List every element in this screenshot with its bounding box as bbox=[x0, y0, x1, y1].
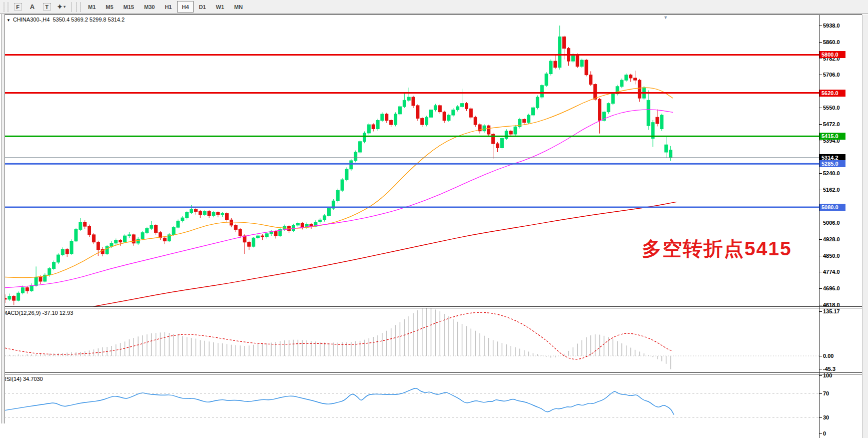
price-tick-5550.0: 5550.0 bbox=[823, 105, 840, 111]
price-tag-5080.0: 5080.0 bbox=[819, 204, 845, 211]
toolbar-grip-2[interactable] bbox=[76, 3, 81, 12]
horizontal-levels-layer bbox=[0, 55, 819, 207]
price-tag-5800.0: 5800.0 bbox=[819, 51, 845, 58]
rsi-tick-30: 30 bbox=[823, 414, 829, 421]
trading-platform-window: { "toolbar": { "tools": [ {"name": "char… bbox=[0, 0, 868, 438]
timeframe-button-D1[interactable]: D1 bbox=[195, 1, 211, 13]
window-left-frame bbox=[0, 0, 5, 423]
macd-tick--45.3: -45.3 bbox=[823, 366, 835, 372]
tick-mark bbox=[819, 393, 822, 394]
tick-mark bbox=[819, 356, 822, 356]
panel-separator-1b[interactable] bbox=[1, 308, 862, 308]
timeframe-button-W1[interactable]: W1 bbox=[212, 1, 229, 13]
tick-mark bbox=[819, 433, 822, 434]
tick-mark bbox=[819, 75, 822, 75]
text-box-tool-icon[interactable]: T bbox=[40, 1, 54, 13]
text-label-tool-icon[interactable]: A bbox=[26, 1, 39, 13]
panel-separator-1a[interactable] bbox=[1, 306, 862, 307]
tick-mark bbox=[819, 173, 822, 174]
chart-ohlc-values: 5350.4 5369.2 5299.8 5314.2 bbox=[53, 17, 125, 23]
ma-fast-orange[interactable] bbox=[5, 88, 673, 277]
tick-mark bbox=[819, 417, 822, 418]
price-tick-4850.0: 4850.0 bbox=[823, 253, 840, 259]
macd-tick-0.00: 0.00 bbox=[823, 353, 833, 359]
timeframe-button-H4[interactable]: H4 bbox=[177, 1, 193, 13]
tick-mark bbox=[819, 311, 822, 312]
price-tick-5006.0: 5006.0 bbox=[823, 220, 840, 226]
chart-symbol-label: CHINA300-,H4 bbox=[13, 17, 50, 23]
tick-mark bbox=[819, 26, 822, 26]
price-tag-5415.0: 5415.0 bbox=[819, 133, 845, 140]
moving-averages-layer bbox=[5, 88, 676, 306]
tick-mark bbox=[819, 239, 822, 240]
price-tick-5706.0: 5706.0 bbox=[823, 72, 840, 78]
rsi-indicator-label: RSI(14) 34.7030 bbox=[3, 376, 43, 382]
toolbar-grip[interactable] bbox=[4, 3, 9, 12]
drawing-tools-group: FAT✦▾ bbox=[11, 1, 69, 13]
toolbar: FAT✦▾ M1M5M15M30H1H4D1W1MN bbox=[0, 0, 868, 14]
tick-mark bbox=[819, 124, 822, 125]
macd-tick-135.17: 135.17 bbox=[823, 308, 840, 315]
tick-mark bbox=[819, 42, 822, 43]
rsi-panel-chart[interactable] bbox=[0, 374, 819, 438]
panel-separator-2b[interactable] bbox=[1, 374, 862, 374]
macd-histogram bbox=[5, 308, 671, 369]
panel-separator-2a[interactable] bbox=[1, 372, 862, 373]
price-tag-5285.0: 5285.0 bbox=[819, 160, 845, 167]
ma-slow-red[interactable] bbox=[75, 202, 676, 306]
price-tick-5860.0: 5860.0 bbox=[823, 39, 840, 46]
chart-annotation-text[interactable]: 多空转折点5415 bbox=[642, 235, 792, 262]
tick-mark bbox=[819, 288, 822, 289]
macd-values: -37.10 12.93 bbox=[42, 310, 73, 316]
rsi-tick-70: 70 bbox=[823, 390, 829, 397]
timeframe-button-M5[interactable]: M5 bbox=[101, 1, 118, 13]
chart-collapse-icon[interactable]: ▼ bbox=[7, 18, 11, 23]
rsi-value: 34.7030 bbox=[23, 376, 43, 382]
timeframe-button-M30[interactable]: M30 bbox=[140, 1, 159, 13]
macd-indicator-label: MACD(12,26,9) -37.10 12.93 bbox=[3, 310, 73, 316]
tick-mark bbox=[819, 256, 822, 256]
main-price-chart[interactable] bbox=[0, 15, 819, 306]
toolbar-separator bbox=[71, 2, 72, 12]
rsi-tick-0: 0 bbox=[823, 430, 826, 437]
tick-mark bbox=[819, 141, 822, 141]
timeframe-button-MN[interactable]: MN bbox=[230, 1, 247, 13]
window-right-strip[interactable] bbox=[862, 15, 868, 438]
price-axis-line bbox=[819, 15, 819, 438]
timeframe-button-M1[interactable]: M1 bbox=[84, 1, 100, 13]
rsi-line bbox=[5, 388, 674, 415]
timeframe-button-M15[interactable]: M15 bbox=[119, 1, 139, 13]
tick-mark bbox=[819, 108, 822, 108]
chart-title: ▼CHINA300-,H4 5350.4 5369.2 5299.8 5314.… bbox=[7, 17, 125, 23]
tick-mark bbox=[819, 369, 822, 369]
price-tick-5240.0: 5240.0 bbox=[823, 170, 840, 177]
tick-mark bbox=[819, 223, 822, 223]
timeframe-button-H1[interactable]: H1 bbox=[160, 1, 176, 13]
plot-top-border bbox=[5, 15, 862, 15]
timeframe-buttons-group: M1M5M15M30H1H4D1W1MN bbox=[83, 1, 248, 13]
tick-mark bbox=[819, 375, 822, 376]
tick-mark bbox=[819, 305, 822, 305]
tick-mark bbox=[819, 272, 822, 272]
rsi-tick-100: 100 bbox=[823, 372, 832, 379]
price-tick-4928.0: 4928.0 bbox=[823, 236, 840, 243]
price-tick-4696.0: 4696.0 bbox=[823, 285, 840, 292]
price-tick-5162.0: 5162.0 bbox=[823, 187, 840, 193]
price-tick-5472.0: 5472.0 bbox=[823, 121, 840, 128]
drawing-arrows-tool-icon[interactable]: ✦▾ bbox=[55, 1, 68, 13]
dropdown-caret-icon[interactable]: ▾ bbox=[64, 5, 66, 9]
price-tag-5620.0: 5620.0 bbox=[819, 90, 845, 97]
price-tick-4774.0: 4774.0 bbox=[823, 269, 840, 275]
tick-mark bbox=[819, 59, 822, 59]
chart-grid-tool-icon[interactable]: F bbox=[11, 1, 25, 13]
price-tick-5938.0: 5938.0 bbox=[823, 23, 840, 29]
chart-shift-marker-icon[interactable]: ▼ bbox=[663, 15, 668, 20]
tick-mark bbox=[819, 190, 822, 190]
macd-panel-chart[interactable] bbox=[0, 308, 819, 372]
